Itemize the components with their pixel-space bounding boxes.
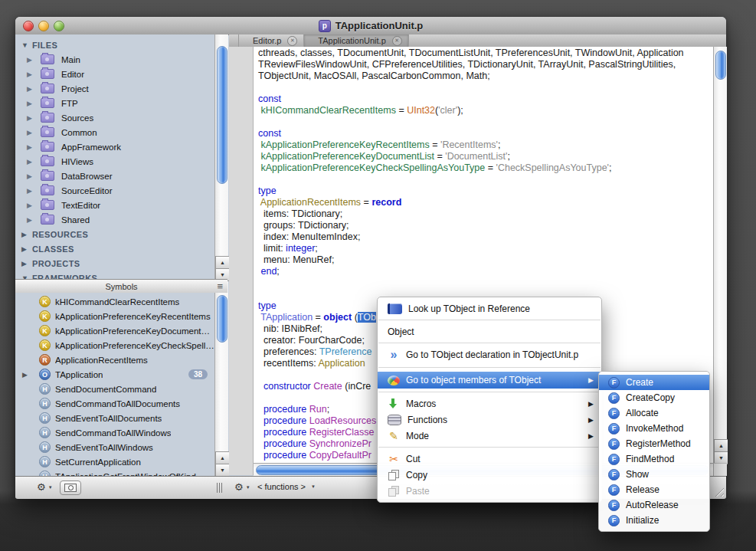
submenu-item-createcopy[interactable]: FCreateCopy xyxy=(599,390,709,405)
symbol-item-sendeventtoalldocuments[interactable]: HSendEventToAllDocuments xyxy=(15,411,227,425)
menu-item-cut[interactable]: Cut xyxy=(378,451,601,467)
submenu-item-allocate[interactable]: FAllocate xyxy=(599,405,709,421)
section-label: RESOURCES xyxy=(32,230,88,239)
tab-close-icon[interactable]: ✕ xyxy=(392,36,402,46)
sidebar-section-classes[interactable]: ▶CLASSES xyxy=(15,241,213,256)
submenu-arrow-icon: ▶ xyxy=(588,376,594,384)
symbol-item-sendeventtoallwindows[interactable]: HSendEventToAllWindows xyxy=(15,440,227,454)
file-item-ftp[interactable]: ▶FTP xyxy=(15,96,213,110)
expand-triangle-icon[interactable]: ▶ xyxy=(27,172,36,180)
minimize-window-button[interactable] xyxy=(38,21,49,31)
sidebar-section-resources[interactable]: ▶RESOURCES xyxy=(15,227,213,241)
splitter-handle[interactable] xyxy=(213,483,225,493)
editor-vertical-scrollbar[interactable]: ▲ ▼ xyxy=(713,47,727,475)
symbol-item-setcurrentapplication[interactable]: HSetCurrentApplication xyxy=(15,454,227,469)
expand-triangle-icon[interactable]: ▶ xyxy=(27,216,36,224)
expand-triangle-icon[interactable]: ▶ xyxy=(27,158,36,166)
tab-close-icon[interactable]: ✕ xyxy=(287,36,297,46)
symbols-scroll-down-button[interactable]: ▼ xyxy=(215,464,229,477)
file-item-sources[interactable]: ▶Sources xyxy=(15,110,213,125)
file-item-editor[interactable]: ▶Editor xyxy=(15,67,213,81)
tab-tapplicationunit-p[interactable]: TApplicationUnit.p✕ xyxy=(304,34,408,47)
file-item-sourceeditor[interactable]: ▶SourceEditor xyxy=(15,183,213,198)
symbols-panel-header[interactable]: Symbols ≡ xyxy=(15,279,227,294)
symbol-item-sendcommandtoallwindows[interactable]: HSendCommandToAllWindows xyxy=(15,425,227,440)
filter-window-button[interactable] xyxy=(60,480,81,495)
menu-item-go-to-tobject-declaration-in-tobjectunit-p[interactable]: Go to TObject declaration in TObjectUnit… xyxy=(378,346,601,362)
editor-action-menu-button[interactable]: ▼ xyxy=(234,481,250,493)
expand-triangle-icon[interactable]: ▶ xyxy=(27,71,36,78)
functions-dropdown[interactable]: < functions > ▼ xyxy=(257,482,316,491)
expand-triangle-icon[interactable]: ▶ xyxy=(21,245,32,253)
collapse-triangle-icon[interactable]: ▼ xyxy=(21,41,32,49)
menu-item-label: Paste xyxy=(406,486,430,497)
submenu-item-show[interactable]: FShow xyxy=(599,467,709,482)
expand-triangle-icon[interactable]: ▶ xyxy=(22,371,30,379)
close-window-button[interactable] xyxy=(23,21,34,31)
resize-grip[interactable] xyxy=(712,485,724,497)
menu-separator xyxy=(378,339,601,346)
expand-triangle-icon[interactable]: ▶ xyxy=(21,260,32,267)
expand-triangle-icon[interactable]: ▶ xyxy=(27,187,36,195)
expand-triangle-icon[interactable]: ▶ xyxy=(27,100,36,107)
submenu-item-findmethod[interactable]: FFindMethod xyxy=(599,451,709,467)
submenu-item-create[interactable]: FCreate xyxy=(599,375,709,390)
file-item-shared[interactable]: ▶Shared xyxy=(15,212,213,227)
file-item-appframework[interactable]: ▶AppFramework xyxy=(15,139,213,154)
file-item-databrowser[interactable]: ▶DataBrowser xyxy=(15,169,213,183)
menu-item-label: Copy xyxy=(406,470,427,480)
zoom-window-button[interactable] xyxy=(54,21,64,31)
symbols-scrollbar-thumb[interactable] xyxy=(217,295,227,343)
expand-triangle-icon[interactable]: ▶ xyxy=(21,231,32,238)
title-bar[interactable]: p TApplicationUnit.p xyxy=(15,17,726,35)
symbol-item-applicationrecentitems[interactable]: RApplicationRecentItems xyxy=(15,353,227,367)
symbol-label: SendDocumentCommand xyxy=(55,385,156,394)
file-item-texteditor[interactable]: ▶TextEditor xyxy=(15,198,213,212)
file-item-project[interactable]: ▶Project xyxy=(15,81,213,96)
expand-triangle-icon[interactable]: ▶ xyxy=(27,56,36,64)
sidebar-scroll-up-button[interactable]: ▲ xyxy=(215,256,229,269)
symbol-item-tapplicationgetfrontwindowofkind[interactable]: HTApplicationGetFrontWindowOfKind xyxy=(15,469,227,476)
menu-item-macros[interactable]: Macros▶ xyxy=(378,395,601,412)
expand-triangle-icon[interactable]: ▶ xyxy=(27,129,36,136)
panel-menu-icon[interactable]: ≡ xyxy=(217,280,223,293)
file-item-label: HIViews xyxy=(61,157,93,166)
editor-scroll-up-button[interactable]: ▲ xyxy=(714,439,728,452)
menu-item-mode[interactable]: Mode▶ xyxy=(378,428,601,444)
expand-triangle-icon[interactable]: ▶ xyxy=(27,114,36,122)
menu-item-copy[interactable]: Copy xyxy=(378,467,601,483)
symbol-item-kapplicationpreferencekeydocument[interactable]: KkApplicationPreferenceKeyDocument… xyxy=(15,323,227,338)
symbols-scroll-up-button[interactable]: ▲ xyxy=(215,451,229,464)
file-item-hiviews[interactable]: ▶HIViews xyxy=(15,154,213,169)
sidebar-section-projects[interactable]: ▶PROJECTS xyxy=(15,256,213,271)
submenu-item-autorelease[interactable]: FAutoRelease xyxy=(599,497,709,513)
symbols-scrollbar[interactable]: ▲ ▼ xyxy=(214,293,228,476)
submenu-item-release[interactable]: FRelease xyxy=(599,482,709,497)
file-item-main[interactable]: ▶Main xyxy=(15,52,213,67)
menu-item-functions[interactable]: Functions▶ xyxy=(378,412,601,428)
expand-triangle-icon[interactable]: ▶ xyxy=(27,202,36,209)
paste-icon xyxy=(388,486,400,497)
symbol-item-tapplication[interactable]: ▶OTApplication38 xyxy=(15,367,227,382)
editor-scrollbar-thumb[interactable] xyxy=(715,51,726,80)
symbol-item-kapplicationpreferencekeycheckspell[interactable]: KkApplicationPreferenceKeyCheckSpell… xyxy=(15,338,227,353)
symbol-item-senddocumentcommand[interactable]: HSendDocumentCommand xyxy=(15,382,227,396)
submenu-item-invokemethod[interactable]: FInvokeMethod xyxy=(599,421,709,436)
symbol-item-khicommandclearrecentitems[interactable]: KkHICommandClearRecentItems xyxy=(15,294,227,309)
sidebar-scrollbar-thumb[interactable] xyxy=(217,46,227,184)
symbol-item-sendcommandtoalldocuments[interactable]: HSendCommandToAllDocuments xyxy=(15,396,227,411)
sidebar-scrollbar[interactable]: ▲ ▼ xyxy=(214,34,228,296)
symbol-item-kapplicationpreferencekeyrecentitems[interactable]: KkApplicationPreferenceKeyRecentItems xyxy=(15,309,227,323)
sidebar-section-files[interactable]: ▼FILES xyxy=(15,38,213,52)
submenu-item-registermethod[interactable]: FRegisterMethod xyxy=(599,436,709,451)
expand-triangle-icon[interactable]: ▶ xyxy=(27,143,36,151)
menu-item-look-up-tobject-in-reference[interactable]: Look up TObject in Reference xyxy=(378,300,601,316)
symbol-kind-k-icon: K xyxy=(39,296,51,307)
expand-triangle-icon[interactable]: ▶ xyxy=(27,85,36,93)
symbols-panel-title: Symbols xyxy=(105,282,137,291)
submenu-item-initialize[interactable]: FInitialize xyxy=(599,513,709,528)
sidebar-action-menu-button[interactable]: ▼ xyxy=(37,481,53,493)
tab-editor-p[interactable]: Editor.p✕ xyxy=(239,34,304,47)
file-item-common[interactable]: ▶Common xyxy=(15,125,213,139)
menu-item-go-to-object-members-of-tobject[interactable]: Go to object members of TObject▶ xyxy=(378,372,601,389)
